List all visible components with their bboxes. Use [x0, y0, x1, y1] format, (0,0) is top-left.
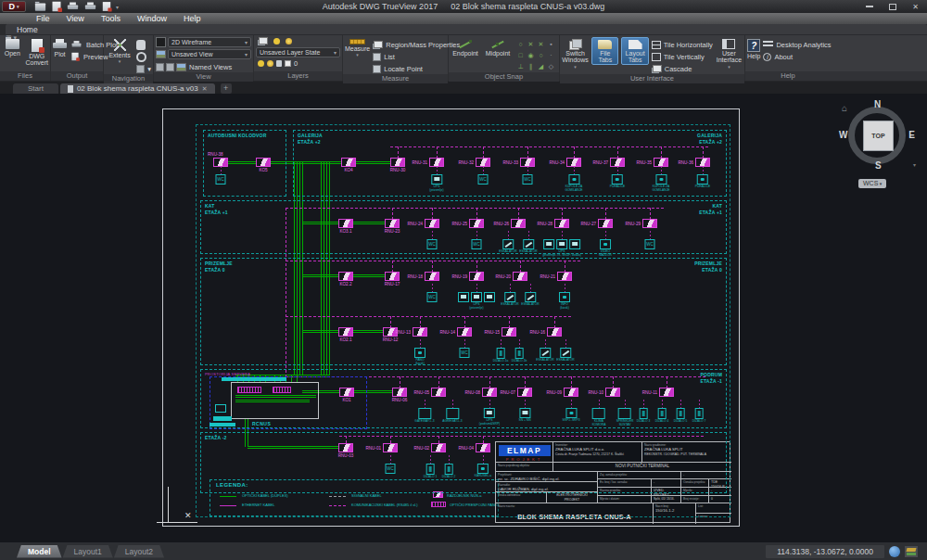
drawing-device: KLIMA KOMORA	[592, 408, 606, 427]
file-tabs-toggle[interactable]: File Tabs	[591, 37, 618, 65]
layer-state-dropdown[interactable]: Unsaved Layer State	[256, 47, 340, 57]
viewcube-top-face[interactable]: TOP	[863, 121, 894, 151]
tab-home[interactable]: Home	[6, 24, 927, 34]
snap-mode-icon[interactable]: ✕	[536, 39, 546, 50]
panel-label-output: Output	[51, 71, 103, 81]
snap-mode-icon[interactable]: ◇	[546, 61, 556, 72]
open-button[interactable]: Open	[2, 37, 23, 57]
qat-convert-icon[interactable]	[53, 2, 61, 12]
model-space-canvas[interactable]: RCNUS LEGENDA: OPTIČKI KABEL (DUPLEX) ET…	[0, 94, 927, 542]
panel-object-snap: Endpoint Midpoint ○✕✕▪□◉○·⊥∥◢◇ Object Sn…	[449, 35, 560, 81]
close-button[interactable]: ✕	[904, 0, 927, 13]
drawing-node: KO2.1	[338, 327, 353, 337]
snap-mode-icon[interactable]: ▪	[546, 39, 556, 50]
panel-label-navigation: Navigation	[104, 74, 153, 83]
named-view-list-icon	[176, 63, 186, 71]
qat-open-icon[interactable]	[35, 3, 45, 10]
desktop-analytics-button[interactable]: Desktop Analytics	[763, 39, 831, 50]
snap-mode-icon[interactable]: ○	[515, 39, 526, 50]
midpoint-snap-button[interactable]: Midpoint	[483, 37, 513, 57]
layer-thaw-icon[interactable]	[286, 38, 292, 45]
menu-tools[interactable]: Tools	[93, 14, 129, 23]
minimize-button[interactable]	[857, 0, 881, 13]
viewcube-menu-icon[interactable]: ▾	[913, 161, 916, 168]
layer-on-icon[interactable]	[273, 38, 280, 45]
tab-layout2[interactable]: Layout2	[114, 545, 164, 558]
tab-active-drawing[interactable]: 02 Blok shema raspleta CNUS-a v03 ✕	[60, 83, 215, 94]
tab-layout1[interactable]: Layout1	[63, 545, 113, 558]
layout-tabs-toggle[interactable]: Layout Tabs	[621, 37, 648, 65]
visual-style-dropdown[interactable]: 2D Wireframe	[168, 37, 251, 47]
zoom-extents-button[interactable]: Extents▾	[106, 37, 133, 65]
compass-south[interactable]: S	[875, 160, 882, 171]
viewport-icon[interactable]	[156, 63, 164, 71]
named-views-icon[interactable]	[166, 63, 174, 71]
wcs-dropdown[interactable]: WCS	[858, 179, 886, 188]
isolate-objects-icon[interactable]	[905, 546, 918, 557]
tab-close-icon[interactable]: ✕	[202, 85, 208, 93]
tile-horizontally-button[interactable]: Tile Horizontally	[652, 39, 713, 50]
tab-model[interactable]: Model	[17, 545, 62, 558]
snap-mode-icon[interactable]: ◉	[526, 50, 536, 61]
switch-windows-button[interactable]: Switch Windows▾	[562, 37, 589, 70]
measure-button[interactable]: Measure▾	[345, 37, 370, 58]
named-views-button[interactable]: Named Views	[176, 61, 232, 72]
menu-window[interactable]: Window	[129, 14, 175, 23]
hand-icon	[136, 40, 146, 50]
compass-west[interactable]: W	[839, 130, 847, 140]
help-button[interactable]: ?Help	[747, 37, 760, 59]
menu-file[interactable]: File	[28, 14, 58, 23]
snap-mode-icon[interactable]: ⊥	[515, 61, 526, 72]
region-mass-properties-button[interactable]: Region/Mass Properties	[373, 39, 460, 50]
zoom-flyout-button[interactable]: ▾	[136, 63, 151, 74]
graphics-performance-icon[interactable]	[889, 546, 900, 557]
qat-dropdown-icon[interactable]: ▾	[116, 4, 119, 10]
snap-mode-icon[interactable]: ·	[546, 50, 556, 61]
snap-mode-icon[interactable]: ✕	[526, 39, 536, 50]
cascade-button[interactable]: Cascade	[652, 63, 713, 74]
plot-button[interactable]: Plot	[53, 37, 67, 57]
orbit-button[interactable]	[136, 51, 151, 62]
view-dropdown[interactable]: Unsaved View	[168, 49, 251, 59]
dwg-convert-button[interactable]: DWG Convert	[26, 37, 49, 67]
viewcube[interactable]: ⌂ N W E S TOP ▾ WCS	[842, 101, 916, 188]
qat-batchplot-icon[interactable]	[103, 2, 110, 11]
tile-vertically-button[interactable]: Tile Vertically	[652, 51, 713, 62]
tab-start[interactable]: Start	[13, 83, 58, 94]
analytics-icon	[763, 41, 773, 48]
snap-mode-icon[interactable]: ○	[536, 50, 546, 61]
app-menu-button[interactable]: D▾	[2, 1, 26, 12]
home-icon[interactable]: ⌂	[842, 103, 847, 113]
about-button[interactable]: iAbout	[763, 51, 831, 62]
drawing-node: RNU-35	[654, 158, 668, 167]
drawing-device: ESKALATOR	[536, 348, 553, 363]
tile-horizontal-icon	[652, 41, 661, 49]
maximize-button[interactable]	[881, 0, 904, 13]
endpoint-snap-button[interactable]: Endpoint	[451, 37, 480, 57]
drawing-node: RNU-21	[557, 272, 572, 281]
lock-icon[interactable]	[276, 60, 282, 67]
sun-icon[interactable]	[267, 60, 273, 67]
compass-east[interactable]: E	[908, 130, 915, 140]
snap-mode-icon[interactable]: ◢	[536, 61, 546, 72]
locate-point-button[interactable]: Locate Point	[373, 63, 460, 74]
bulb-icon[interactable]	[258, 60, 264, 67]
qat-preview-icon[interactable]	[85, 3, 95, 11]
new-tab-button[interactable]: +	[221, 83, 232, 94]
floor-section: ETAŽA -2	[200, 432, 727, 493]
qat-plot-icon[interactable]	[68, 3, 78, 11]
menu-view[interactable]: View	[58, 14, 93, 23]
drawing-node: RNU-18	[425, 272, 439, 281]
drawing-device: KARUSEL-a	[475, 464, 491, 478]
list-button[interactable]: List	[373, 51, 460, 62]
drawing-device: SPRINKLER SUSTAV	[616, 408, 634, 427]
user-interface-button[interactable]: User Interface▾	[716, 37, 743, 70]
layer-properties-icon[interactable]	[258, 37, 268, 45]
folder-icon	[6, 39, 19, 49]
pan-button[interactable]	[136, 39, 151, 50]
snap-mode-icon[interactable]: □	[515, 50, 526, 61]
coordinates-readout[interactable]: 114.3138, -13.0672, 0.0000	[766, 545, 884, 558]
menu-help[interactable]: Help	[175, 14, 210, 23]
snap-mode-icon[interactable]: ∥	[526, 61, 536, 72]
compass-north[interactable]: N	[874, 99, 881, 109]
